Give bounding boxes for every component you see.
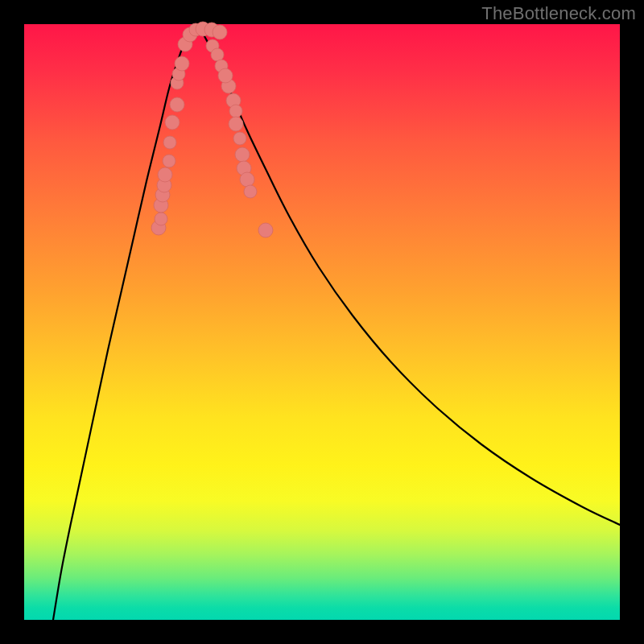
watermark-text: TheBottleneck.com [481,3,636,24]
data-point [229,117,243,131]
curve-overlay [24,24,620,620]
data-point [170,97,184,112]
data-point [229,105,242,118]
data-point [165,115,180,130]
data-point [158,167,172,182]
data-point [258,223,273,237]
scatter-dots [151,22,273,237]
data-point [233,132,246,145]
chart-frame: TheBottleneck.com [0,0,644,644]
data-point [175,56,189,71]
data-point [240,172,254,187]
data-point [213,25,227,39]
curve-left [53,26,196,620]
data-point [155,213,167,225]
data-point [211,48,224,61]
curve-right [196,26,620,525]
data-point [218,68,233,83]
data-point [235,147,250,162]
data-point [244,185,257,198]
data-point [163,136,176,149]
data-point [163,155,175,167]
plot-area [24,24,620,620]
